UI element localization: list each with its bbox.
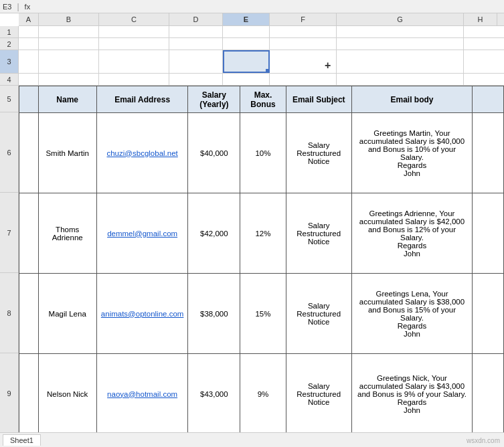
row-numbers: 1 2 3 4 5 6 7 8 9 10	[0, 26, 19, 447]
cell-row6-email[interactable]: chuzi@sbcglobal.net	[96, 113, 188, 193]
email-link-row8[interactable]: animats@optonline.com	[101, 310, 184, 318]
cell-b4[interactable]	[39, 74, 99, 85]
cell-row7-subject[interactable]: SalaryRestructuredNotice	[286, 193, 351, 274]
cell-row7-email[interactable]: demmel@gmail.com	[96, 193, 188, 274]
col-header-h[interactable]: H	[464, 13, 497, 25]
row-num-8[interactable]: 8	[0, 273, 18, 353]
cell-a4[interactable]	[19, 74, 39, 85]
sheet-tab-bar: Sheet1 wsxdn.com	[0, 432, 504, 447]
cell-g1[interactable]	[337, 26, 464, 37]
cell-f2[interactable]	[270, 38, 337, 50]
cell-row7-a[interactable]	[19, 193, 39, 274]
cell-d1[interactable]	[169, 26, 223, 37]
email-link-row7[interactable]: demmel@gmail.com	[107, 230, 177, 238]
cell-row6-name[interactable]: Smith Martin	[38, 113, 96, 193]
col-header-d[interactable]: D	[169, 13, 223, 25]
cell-row9-subject[interactable]: SalaryRestructuredNotice	[286, 354, 351, 434]
row-num-2[interactable]: 2	[0, 38, 18, 50]
cell-f1[interactable]	[270, 26, 337, 37]
cell-d2[interactable]	[169, 38, 223, 50]
cell-e4[interactable]	[223, 74, 270, 85]
cell-a1[interactable]	[19, 26, 39, 37]
sheet-tab[interactable]: Sheet1	[3, 434, 41, 446]
col-header-c[interactable]: C	[99, 13, 169, 25]
cell-row6-salary[interactable]: $40,000	[188, 113, 240, 193]
cell-row6-bonus[interactable]: 10%	[240, 113, 286, 193]
cell-c2[interactable]	[99, 38, 169, 50]
cell-row8-name[interactable]: Magil Lena	[38, 274, 96, 354]
cell-row6-a[interactable]	[19, 113, 39, 193]
cell-reference: E3	[3, 3, 11, 11]
cell-row9-body[interactable]: Greetings Nick, Your accumulated Salary …	[351, 354, 472, 434]
cell-row9-salary[interactable]: $43,000	[188, 354, 240, 434]
cell-row8-extra[interactable]	[473, 274, 504, 354]
col-header-a[interactable]: A	[19, 13, 39, 25]
header-email: Email Address	[96, 86, 188, 113]
fill-handle[interactable]	[266, 69, 270, 73]
cell-b2[interactable]	[39, 38, 99, 50]
cell-h2[interactable]	[464, 38, 497, 50]
row-num-7[interactable]: 7	[0, 193, 18, 273]
header-bonus: Max. Bonus	[240, 86, 286, 113]
cell-g4[interactable]	[337, 74, 464, 85]
cell-a2[interactable]	[19, 38, 39, 50]
cell-b1[interactable]	[39, 26, 99, 37]
cell-row9-name[interactable]: Nelson Nick	[38, 354, 96, 434]
cell-row7-bonus[interactable]: 12%	[240, 193, 286, 274]
col-header-g[interactable]: G	[337, 13, 464, 25]
cell-row9-email[interactable]: naoya@hotmail.com	[96, 354, 188, 434]
row-num-4[interactable]: 4	[0, 74, 18, 86]
row-num-5[interactable]: 5	[0, 86, 18, 112]
table-row: Thoms Adrienne demmel@gmail.com $42,000 …	[19, 193, 504, 274]
table-header-row: Name Email Address Salary (Yearly) Max. …	[19, 86, 504, 113]
cell-d4[interactable]	[169, 74, 223, 85]
col-header-e[interactable]: E	[223, 13, 270, 25]
header-name: Name	[38, 86, 96, 113]
watermark: wsxdn.com	[467, 437, 500, 444]
email-link-row9[interactable]: naoya@hotmail.com	[107, 390, 177, 398]
cell-row7-body[interactable]: Greetings Adrienne, Your accumulated Sal…	[351, 193, 472, 274]
row-num-3[interactable]: 3	[0, 50, 18, 74]
cell-row8-a[interactable]	[19, 274, 39, 354]
cell-row8-body[interactable]: Greetings Lena, Your accumulated Salary …	[351, 274, 472, 354]
cell-h1[interactable]	[464, 26, 497, 37]
cell-row8-salary[interactable]: $38,000	[188, 274, 240, 354]
cell-row6-extra[interactable]	[473, 113, 504, 193]
cell-d3[interactable]	[169, 50, 223, 73]
cell-a3[interactable]	[19, 50, 39, 73]
cell-row8-bonus[interactable]: 15%	[240, 274, 286, 354]
cell-f4[interactable]	[270, 74, 337, 85]
cell-h4[interactable]	[464, 74, 497, 85]
cell-e2[interactable]	[223, 38, 270, 50]
cell-c1[interactable]	[99, 26, 169, 37]
row-num-9[interactable]: 9	[0, 353, 18, 434]
cell-row8-email[interactable]: animats@optonline.com	[96, 274, 188, 354]
cell-e3[interactable]	[223, 50, 270, 73]
email-link-row6[interactable]: chuzi@sbcglobal.net	[106, 149, 177, 157]
table-row: Magil Lena animats@optonline.com $38,000…	[19, 274, 504, 354]
cell-h3[interactable]	[464, 50, 497, 73]
cell-row6-subject[interactable]: SalaryRestructuredNotice	[286, 113, 351, 193]
cell-row7-extra[interactable]	[473, 193, 504, 274]
cell-row9-bonus[interactable]: 9%	[240, 354, 286, 434]
cell-g3[interactable]: +	[337, 50, 464, 73]
cell-c4[interactable]	[99, 74, 169, 85]
cell-row6-body[interactable]: Greetings Martin, Your accumulated Salar…	[351, 113, 472, 193]
cell-g2[interactable]	[337, 38, 464, 50]
header-salary: Salary (Yearly)	[188, 86, 240, 113]
cell-c3[interactable]	[99, 50, 169, 73]
cell-e1[interactable]	[223, 26, 270, 37]
cell-row8-subject[interactable]: SalaryRestructuredNotice	[286, 274, 351, 354]
row-num-1[interactable]: 1	[0, 26, 18, 38]
header-empty	[19, 86, 39, 113]
table-row: Smith Martin chuzi@sbcglobal.net $40,000…	[19, 113, 504, 193]
cell-row9-extra[interactable]	[473, 354, 504, 434]
row-num-6[interactable]: 6	[0, 112, 18, 193]
cell-row9-a[interactable]	[19, 354, 39, 434]
cell-row7-salary[interactable]: $42,000	[188, 193, 240, 274]
col-header-b[interactable]: B	[39, 13, 99, 25]
col-header-f[interactable]: F	[270, 13, 337, 25]
formula-bar: E3 | fx	[0, 0, 504, 13]
cell-b3[interactable]	[39, 50, 99, 73]
cell-row7-name[interactable]: Thoms Adrienne	[38, 193, 96, 274]
